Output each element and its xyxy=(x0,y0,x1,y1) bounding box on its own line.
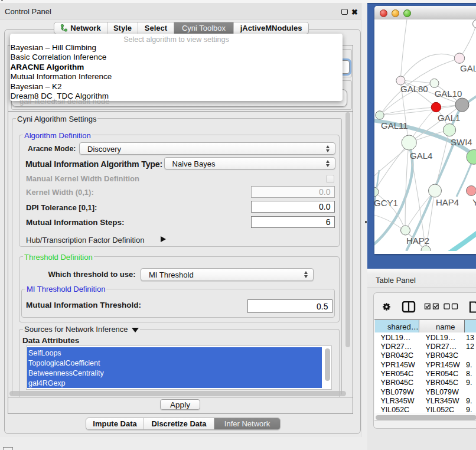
svg-text:HAP4: HAP4 xyxy=(436,197,459,207)
svg-text:GAL7: GAL7 xyxy=(460,63,476,73)
svg-text:YJ: YJ xyxy=(472,197,476,207)
svg-text:GAL4: GAL4 xyxy=(410,151,432,161)
svg-text:GAL1: GAL1 xyxy=(438,113,460,123)
svg-text:GAL11: GAL11 xyxy=(381,120,408,131)
svg-text:SWI4: SWI4 xyxy=(451,137,472,147)
svg-text:HAP2: HAP2 xyxy=(406,236,429,246)
svg-text:GAL80: GAL80 xyxy=(400,84,428,94)
svg-text:GAL10: GAL10 xyxy=(435,89,462,99)
svg-text:GCY1: GCY1 xyxy=(374,198,398,208)
